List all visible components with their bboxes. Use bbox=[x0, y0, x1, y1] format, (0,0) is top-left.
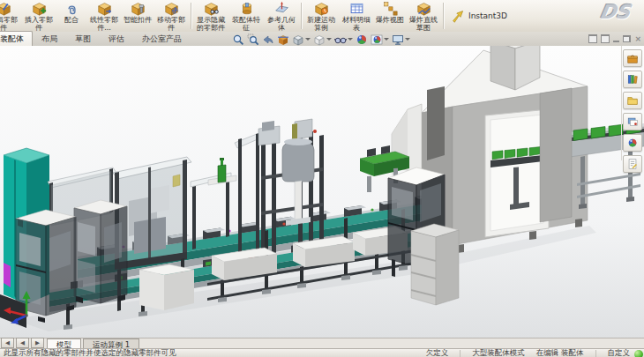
hide-show-items-button[interactable] bbox=[333, 33, 354, 46]
tab-layout[interactable]: 布局 bbox=[33, 31, 66, 46]
units-selector[interactable]: 自定义 bbox=[608, 348, 631, 357]
tab-office-products[interactable]: 办公室产品 bbox=[133, 31, 191, 46]
button-label: 显示隐藏的零部件 bbox=[195, 16, 227, 32]
button-label: 配合 bbox=[64, 16, 79, 24]
enclosure-wing-panel[interactable] bbox=[540, 88, 572, 222]
command-manager-toolbar: 编辑零部件 插入零部件 配合 线性零部件... 智能扣件 移动零部件 bbox=[0, 0, 644, 33]
close-button[interactable]: × bbox=[634, 35, 641, 43]
previous-view-button[interactable] bbox=[261, 33, 275, 46]
design-library-icon bbox=[626, 73, 639, 86]
instant3d-button[interactable]: Instant3D bbox=[446, 0, 513, 32]
appearance-sphere-icon bbox=[356, 33, 368, 46]
exploded-view-icon bbox=[383, 1, 398, 16]
view-settings-icon bbox=[392, 33, 404, 46]
solidworks-resources-icon bbox=[626, 52, 639, 64]
edit-appearance-button[interactable] bbox=[355, 33, 369, 46]
new-motion-study-button[interactable]: 新建运动算例 bbox=[303, 0, 339, 32]
move-component-button[interactable]: 移动零部件 bbox=[154, 0, 189, 32]
dropdown-caret-icon[interactable] bbox=[348, 38, 353, 41]
defined-state: 欠定义 bbox=[426, 348, 449, 357]
solidworks-resources-button[interactable] bbox=[623, 49, 642, 67]
motion-study-icon bbox=[314, 1, 329, 16]
apply-scene-button[interactable] bbox=[370, 33, 390, 46]
button-label: 插入零部件 bbox=[23, 16, 55, 32]
tab-evaluate[interactable]: 评估 bbox=[100, 31, 133, 46]
toolbar-separator bbox=[191, 3, 191, 29]
toolbar-separator bbox=[443, 3, 444, 29]
dropdown-caret-icon[interactable] bbox=[405, 38, 410, 41]
move-component-icon bbox=[164, 1, 179, 16]
drawer-cart[interactable] bbox=[411, 224, 459, 305]
custom-properties-icon bbox=[626, 158, 639, 170]
minimize-button[interactable] bbox=[613, 41, 619, 42]
zoom-to-area-button[interactable] bbox=[246, 33, 260, 46]
button-label: 爆炸直线草图 bbox=[408, 16, 439, 32]
dropdown-caret-icon[interactable] bbox=[326, 38, 332, 41]
document-window-controls: × bbox=[588, 33, 641, 44]
dropdown-caret-icon[interactable] bbox=[305, 38, 311, 41]
explode-line-sketch-icon bbox=[416, 1, 431, 16]
solidworks-window: 编辑零部件 插入零部件 配合 线性零部件... 智能扣件 移动零部件 bbox=[0, 0, 644, 357]
left-dark-cabinet-rear[interactable] bbox=[74, 200, 127, 303]
edit-component-button[interactable]: 编辑零部件 bbox=[0, 0, 21, 32]
large-assembly-mode: 大型装配体模式 bbox=[472, 348, 525, 357]
assembly-features-icon bbox=[239, 1, 254, 16]
button-label: 装配体特征 bbox=[230, 16, 262, 32]
next-tab-nav-button[interactable]: ▶ bbox=[31, 338, 44, 348]
bill-of-materials-button[interactable]: 材料明细表 bbox=[339, 0, 374, 32]
exploded-view-button[interactable]: 爆炸视图 bbox=[374, 0, 406, 32]
tab-assembly[interactable]: 装配体 bbox=[0, 31, 33, 46]
button-label: Instant3D bbox=[468, 12, 507, 20]
smart-fasteners-button[interactable]: 智能扣件 bbox=[122, 0, 154, 32]
status-bar: 此显示所有隐藏的零部件并使选定的隐藏零部件可见 欠定义 大型装配体模式 在编辑 … bbox=[0, 348, 644, 357]
task-pane-tabs bbox=[623, 49, 642, 173]
view-orientation-icon bbox=[292, 33, 304, 46]
view-orientation-button[interactable] bbox=[291, 33, 311, 46]
design-library-button[interactable] bbox=[623, 71, 642, 88]
insert-components-icon bbox=[32, 1, 47, 16]
display-style-button[interactable] bbox=[312, 33, 333, 46]
button-label: 参考几何体 bbox=[266, 16, 297, 32]
button-label: 线性零部件... bbox=[88, 16, 120, 32]
section-view-button[interactable] bbox=[276, 33, 290, 46]
dropdown-caret-icon[interactable] bbox=[384, 38, 389, 41]
door-opening[interactable] bbox=[485, 109, 549, 237]
first-tab-nav-button[interactable]: ◀ bbox=[1, 338, 14, 348]
window-icon[interactable] bbox=[588, 34, 597, 43]
zoom-to-fit-button[interactable] bbox=[231, 33, 245, 46]
window-icon[interactable] bbox=[601, 34, 610, 43]
show-hidden-components-button[interactable]: 显示隐藏的零部件 bbox=[193, 0, 228, 32]
mate-button[interactable]: 配合 bbox=[56, 0, 86, 32]
appearances-sphere-icon bbox=[626, 137, 639, 149]
view-settings-button[interactable] bbox=[391, 33, 411, 46]
assembly-features-button[interactable]: 装配体特征 bbox=[228, 0, 264, 32]
appearances-scenes-button[interactable] bbox=[623, 134, 642, 152]
linear-component-pattern-button[interactable]: 线性零部件... bbox=[86, 0, 122, 32]
bom-table-icon bbox=[349, 1, 364, 16]
view-palette-button[interactable] bbox=[623, 113, 642, 130]
display-style-icon bbox=[313, 33, 326, 46]
status-separator bbox=[595, 350, 596, 357]
button-label: 智能扣件 bbox=[124, 16, 152, 24]
button-label: 移动零部件 bbox=[155, 16, 187, 32]
explode-line-sketch-button[interactable]: 爆炸直线草图 bbox=[406, 0, 441, 32]
zoom-to-fit-icon bbox=[232, 33, 244, 46]
side-opening bbox=[427, 86, 445, 160]
status-separator bbox=[460, 350, 461, 357]
graphics-viewport[interactable] bbox=[0, 46, 644, 338]
tab-sketch[interactable]: 草图 bbox=[66, 31, 100, 46]
insert-components-button[interactable]: 插入零部件 bbox=[21, 0, 56, 32]
file-explorer-button[interactable] bbox=[623, 92, 642, 109]
view-palette-icon bbox=[626, 115, 639, 128]
show-hidden-icon bbox=[204, 1, 219, 16]
edit-component-icon bbox=[0, 1, 11, 16]
help-sphere-icon[interactable] bbox=[634, 350, 643, 357]
section-view-icon bbox=[277, 33, 289, 46]
prev-tab-nav-button[interactable]: ◀ bbox=[16, 338, 29, 348]
reference-geometry-button[interactable]: 参考几何体 bbox=[264, 0, 299, 32]
dassault-systemes-logo: DS bbox=[598, 1, 633, 23]
restore-button[interactable] bbox=[623, 35, 631, 42]
white-front-table[interactable] bbox=[139, 264, 194, 310]
custom-properties-button[interactable] bbox=[623, 155, 642, 173]
linear-pattern-icon bbox=[97, 1, 112, 16]
